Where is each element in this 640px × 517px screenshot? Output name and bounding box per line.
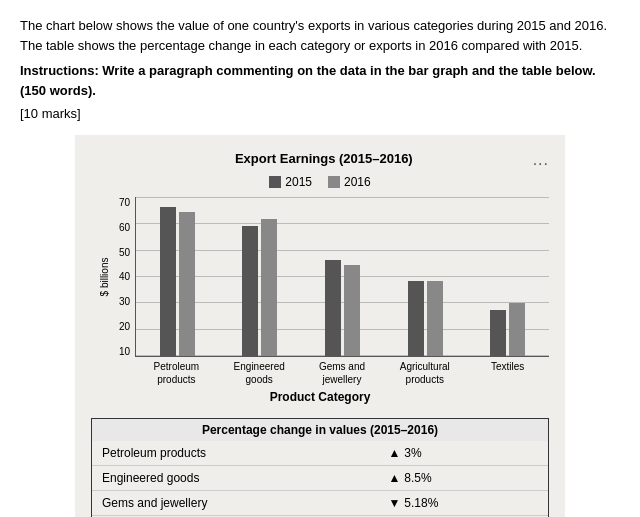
table-value-2: ▼5.18% [378,491,548,516]
pct-value-1: 8.5% [404,471,431,485]
chart-area [135,197,549,357]
x-label-0: Petroleumproducts [135,357,218,386]
chart-header: Export Earnings (2015–2016) ... [91,151,549,169]
instruction-text: Instructions: Write a paragraph commenti… [20,61,620,100]
intro-paragraph: The chart below shows the value of one c… [20,16,620,55]
bar-group-0 [136,197,219,356]
y-tick-10: 10 [119,346,130,357]
bar-2015-0 [160,207,176,356]
table-value-1: ▲8.5% [378,466,548,491]
chart-container: Export Earnings (2015–2016) ... 2015 201… [75,135,565,517]
page-content: The chart below shows the value of one c… [20,16,620,517]
table-row-0: Petroleum products▲3% [92,441,548,466]
y-tick-60: 60 [119,222,130,233]
y-axis: 70 60 50 40 30 20 10 [91,197,133,357]
y-tick-20: 20 [119,321,130,332]
x-label-1: Engineeredgoods [218,357,301,386]
table-value-0: ▲3% [378,441,548,466]
legend-box-2015 [269,176,281,188]
y-tick-70: 70 [119,197,130,208]
bar-2016-1 [261,219,277,356]
bar-2016-4 [509,303,525,356]
table-category-2: Gems and jewellery [92,491,378,516]
arrow-0: ▲ [388,446,400,460]
legend-2016: 2016 [328,175,371,189]
bar-2016-0 [179,212,195,356]
table-header: Percentage change in values (2015–2016) [92,419,548,441]
instruction-label: Instructions: Write a paragraph commenti… [20,63,596,98]
bar-group-4 [466,197,549,356]
arrow-1: ▲ [388,471,400,485]
legend: 2015 2016 [91,175,549,189]
bar-2015-3 [408,281,424,356]
legend-box-2016 [328,176,340,188]
bar-group-1 [219,197,302,356]
table-category-0: Petroleum products [92,441,378,466]
table-row-2: Gems and jewellery▼5.18% [92,491,548,516]
bars-wrapper [136,197,549,356]
chart-title: Export Earnings (2015–2016) [115,151,533,166]
bar-group-3 [384,197,467,356]
chart-menu-button[interactable]: ... [533,151,549,169]
marks-label: [10 marks] [20,106,81,121]
pct-value-0: 3% [404,446,421,460]
table-row-1: Engineered goods▲8.5% [92,466,548,491]
bar-2016-3 [427,281,443,356]
table-container: Percentage change in values (2015–2016) … [91,418,549,517]
arrow-2: ▼ [388,496,400,510]
bar-2015-4 [490,310,506,356]
x-labels: PetroleumproductsEngineeredgoodsGems and… [91,357,549,386]
bar-2015-2 [325,260,341,356]
y-tick-50: 50 [119,247,130,258]
y-tick-40: 40 [119,271,130,282]
x-label-4: Textiles [466,357,549,386]
table-category-1: Engineered goods [92,466,378,491]
x-label-2: Gems andjewellery [301,357,384,386]
marks-text: [10 marks] [20,106,620,121]
legend-label-2016: 2016 [344,175,371,189]
bar-2015-1 [242,226,258,356]
legend-2015: 2015 [269,175,312,189]
x-label-3: Agriculturalproducts [383,357,466,386]
intro-text-1: The chart below shows the value of one c… [20,18,607,53]
y-tick-30: 30 [119,296,130,307]
legend-label-2015: 2015 [285,175,312,189]
pct-value-2: 5.18% [404,496,438,510]
bar-group-2 [301,197,384,356]
x-axis-title: Product Category [91,390,549,404]
bar-2016-2 [344,265,360,356]
